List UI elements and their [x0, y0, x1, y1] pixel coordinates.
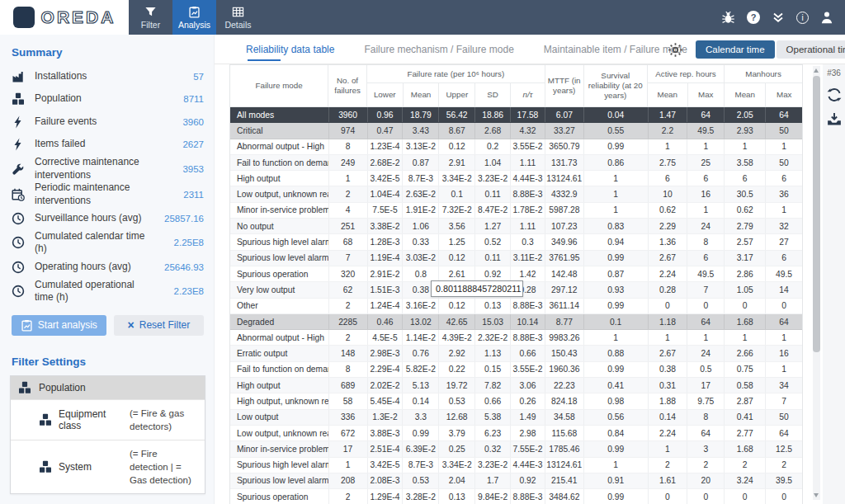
table-row-all-modes[interactable]: All modes39600.9618.7956.4218.8617.586.0… [230, 107, 802, 123]
table-row-other[interactable]: Other21.24E-43.16E-20.120.138.88E-33611.… [230, 299, 802, 314]
start-analysis-button[interactable]: Start analysis [12, 315, 106, 336]
double-chevron-down-icon[interactable] [772, 11, 785, 24]
scroll-up-icon[interactable] [814, 68, 819, 73]
cell-max: 64 [765, 426, 802, 440]
stat-value: 2627 [159, 139, 204, 149]
clock-icon [12, 261, 26, 274]
scrollbar-thumb[interactable] [813, 76, 820, 352]
nav-tab-filter[interactable]: Filter [129, 0, 172, 35]
table-row-spurious-low-level-alarm-signal[interactable]: Spurious low level alarm signal71.19E-43… [230, 251, 802, 266]
stat-label: Population [35, 92, 151, 106]
clipboard-icon [21, 319, 33, 332]
cell-n: 17.58 [510, 107, 545, 122]
filter-root-population[interactable]: Population [11, 376, 205, 399]
cell-sd: 15.03 [474, 314, 510, 329]
table-scrollbar[interactable] [813, 66, 820, 500]
table-row-spurious-operation[interactable]: Spurious operation21.29E-43.28E-20.139.8… [230, 489, 802, 504]
table-row-abnormal-output-high[interactable]: Abnormal output - High24.5E-51.14E-24.39… [230, 330, 802, 346]
oreda-logo[interactable]: OREDA [0, 0, 129, 35]
cell-survival-reliability-at-20-years: 0.1 [583, 314, 648, 329]
table-row-no-output[interactable]: No output2513.38E-21.063.561.271.11107.2… [230, 219, 802, 234]
population-icon [18, 381, 31, 394]
cell-mttf-in-years: 3650.79 [545, 139, 583, 154]
table-row-fail-to-function-on-demand[interactable]: Fail to function on demand82.29E-45.82E-… [230, 362, 802, 378]
tab-failure-mechanism-failure-mode[interactable]: Failure mechanism / Failure mode [364, 35, 513, 64]
table-row-low-output-unknown-reading[interactable]: Low output, unknown reading6723.88E-30.9… [230, 426, 802, 441]
download-icon[interactable] [827, 112, 842, 127]
table-row-minor-in-service-problems[interactable]: Minor in-service problems47.5E-51.91E-27… [230, 203, 802, 219]
cell-max: 1 [687, 330, 724, 345]
cell-lower: 1.23E-4 [367, 139, 403, 154]
filter-item-equipment-class[interactable]: Equipment class(= Fire & gas detectors) [11, 399, 205, 440]
cell-max: 3 [687, 441, 724, 456]
filter-item-system[interactable]: System(= Fire detection | = Gas detectio… [11, 440, 205, 493]
nav-tab-details[interactable]: Details [216, 0, 260, 35]
cell-sd: 7.82 [474, 378, 510, 393]
cell-mean: 1.47 [648, 107, 687, 122]
logo-wordmark: OREDA [41, 7, 116, 27]
toggle-operational-time[interactable]: Operational time [777, 40, 845, 59]
cell-mttf-in-years: 297.12 [545, 282, 583, 297]
cell-no-of-failures: 251 [328, 219, 367, 233]
table-row-minor-in-service-problems[interactable]: Minor in-service problems172.51E-46.39E-… [230, 441, 802, 457]
stat-label: Periodic maintenance interventions [35, 181, 151, 207]
table-row-low-output[interactable]: Low output3361.3E-23.312.685.381.4934.58… [230, 410, 802, 426]
table-row-abnormal-output-high[interactable]: Abnormal output - High81.23E-43.13E-20.1… [230, 139, 802, 155]
cell-no-of-failures: 17 [328, 441, 367, 456]
gear-icon[interactable] [668, 42, 683, 58]
cell-no-of-failures: 320 [328, 266, 367, 281]
summary-sidebar: Summary Installations57Population8711Fai… [0, 35, 215, 504]
info-icon[interactable]: i [796, 12, 809, 24]
table-row-degraded[interactable]: Degraded22850.4613.0242.6515.0310.148.77… [230, 314, 802, 330]
cell-no-of-failures: 2 [328, 299, 367, 313]
table-row-spurious-low-level-alarm-signal[interactable]: Spurious low level alarm signal2082.08E-… [230, 473, 802, 489]
reset-filter-button[interactable]: × Reset Filter [114, 315, 204, 336]
refresh-icon[interactable] [827, 87, 842, 102]
cell-mean: 0 [648, 489, 687, 504]
cell-failure-mode: Minor in-service problems [230, 441, 328, 456]
cell-n: 3.55E-2 [510, 139, 545, 154]
cell-survival-reliability-at-20-years: 1 [583, 458, 648, 473]
cell-n: 4.32 [510, 123, 545, 138]
table-row-spurious-high-level-alarm-signa[interactable]: Spurious high level alarm signa13.42E-58… [230, 458, 802, 473]
toggle-calendar-time[interactable]: Calendar time [696, 40, 775, 59]
table-row-erratic-output[interactable]: Erratic output1482.98E-30.762.921.130.66… [230, 346, 802, 361]
table-row-high-output[interactable]: High output13.42E-58.7E-33.34E-23.23E-24… [230, 171, 802, 186]
stat-label: Operating hours (avg) [35, 261, 151, 274]
bug-icon[interactable] [721, 11, 735, 25]
table-row-high-output[interactable]: High output6892.02E-25.1319.727.823.0622… [230, 378, 802, 393]
cell-max: 1 [765, 362, 802, 377]
cell-mean: 3.13E-2 [402, 139, 438, 154]
cell-max: 0 [765, 299, 802, 313]
cell-mean: 3.03E-2 [402, 251, 438, 266]
cell-upper: 3.34E-2 [438, 171, 474, 186]
table-row-spurious-high-level-alarm-signa[interactable]: Spurious high level alarm signa681.28E-3… [230, 234, 802, 250]
cell-mttf-in-years: 6.07 [545, 107, 583, 122]
table-row-critical[interactable]: Critical9740.473.438.672.684.3233.270.55… [230, 123, 802, 139]
cell-max: 8 [687, 234, 724, 249]
table-row-fail-to-function-on-demand[interactable]: Fail to function on demand2492.68E-20.87… [230, 155, 802, 171]
tab-reliability-data-table[interactable]: Reliability data table [246, 35, 334, 64]
user-icon[interactable] [820, 11, 833, 24]
cell-mean: 5.13 [402, 378, 438, 393]
cell-mean: 3.3 [402, 410, 438, 425]
cell-sd: 2.32E-2 [474, 330, 510, 345]
cell-upper: 3.56 [438, 219, 474, 233]
cell-upper: 0.13 [438, 489, 474, 504]
stat-label: Cumulated operational time (h) [35, 279, 151, 304]
nav-tab-analysis[interactable]: Analysis [172, 0, 216, 35]
tab-maintainable-item-failure-mode[interactable]: Maintainable item / Failure mode [544, 35, 687, 64]
help-icon[interactable]: ? [747, 11, 760, 24]
group-header-failure-rate: Failure rate (per 10⁶ hours) [367, 65, 545, 83]
table-row-high-output-unknown-reading[interactable]: High output, unknown reading585.45E-40.1… [230, 393, 802, 409]
table-row-low-output-unknown-reading[interactable]: Low output, unknown reading21.04E-42.63E… [230, 186, 802, 202]
cell-n: 10.14 [510, 314, 545, 329]
cell-mean: 13.02 [402, 314, 438, 329]
scroll-down-icon[interactable] [814, 493, 819, 497]
cell-failure-mode: Fail to function on demand [230, 155, 328, 170]
cell-mean: 0.75 [724, 362, 765, 377]
cell-sd: 0.11 [474, 186, 510, 201]
column-header-lower: Lower [367, 83, 403, 106]
grid-icon [232, 6, 244, 18]
cell-n: 0.26 [510, 393, 545, 408]
